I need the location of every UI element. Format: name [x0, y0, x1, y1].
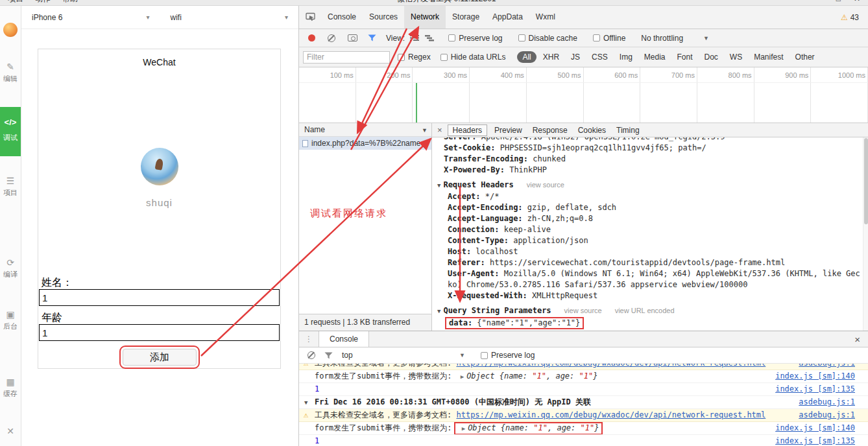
tab-appdata[interactable]: AppData	[486, 6, 529, 29]
scrollbar[interactable]	[863, 137, 868, 331]
tab-console[interactable]: Console	[321, 6, 363, 29]
request-headers-section[interactable]: ▼Request Headersview source	[437, 180, 862, 191]
filter-pill-xhr[interactable]: XHR	[538, 51, 564, 63]
clear-console-button[interactable]	[307, 351, 315, 359]
sidebar-item-backstage[interactable]: ▣ 后台	[0, 309, 21, 331]
source-link[interactable]: index.js [sm]:135	[775, 383, 855, 395]
user-avatar-icon[interactable]	[3, 23, 18, 37]
small-rows-view-button[interactable]	[410, 34, 419, 41]
detail-tab-headers[interactable]: Headers	[448, 124, 487, 136]
doc-link[interactable]: https://mp.weixin.qq.com/debug/wxadoc/de…	[456, 410, 766, 419]
drag-handle-icon[interactable]: ⋮	[299, 334, 319, 344]
phone-preview: WeChat shuqi 姓名： 年龄 添加	[38, 49, 281, 369]
filter-pill-other[interactable]: Other	[790, 51, 820, 63]
header-line: Connection: keep-alive	[444, 224, 862, 235]
collapse-caret-icon[interactable]: ▼	[437, 180, 440, 191]
filter-toggle-button[interactable]	[368, 34, 376, 41]
close-window-button[interactable]: ✕	[854, 0, 860, 3]
filter-pill-img[interactable]: Img	[614, 51, 638, 63]
view-label: View:	[386, 34, 405, 43]
sidebar-item-edit[interactable]: ✎ 编辑	[0, 62, 21, 84]
doc-link[interactable]: https://mp.weixin.qq.com/debug/wxadoc/de…	[456, 364, 766, 368]
source-link[interactable]: index.js [sm]:140	[775, 370, 855, 382]
source-link[interactable]: asdebug.js:1	[799, 364, 855, 370]
sidebar-item-project[interactable]: ☰ 项目	[0, 176, 21, 198]
name-input[interactable]	[39, 289, 280, 306]
nickname-label: shuqi	[38, 197, 280, 208]
filter-pill-manifest[interactable]: Manifest	[749, 51, 788, 63]
warning-count-badge[interactable]: ⚠ 43	[841, 13, 868, 22]
filter-pill-css[interactable]: CSS	[586, 51, 613, 63]
source-link[interactable]: index.js [sm]:140	[775, 422, 855, 434]
timeline-view-button[interactable]	[425, 34, 434, 41]
clear-requests-button[interactable]	[328, 34, 335, 42]
offline-checkbox[interactable]: Offline	[593, 34, 625, 43]
sidebar-item-debug[interactable]: </> 调试	[0, 107, 21, 156]
menu-item-project[interactable]: 项目	[8, 0, 23, 5]
filter-pill-js[interactable]: JS	[566, 51, 585, 63]
console-preserve-log-checkbox[interactable]: Preserve log	[481, 351, 535, 360]
inspect-element-button[interactable]	[299, 12, 321, 22]
sidebar-item-cache[interactable]: ▦ 缓存	[0, 377, 21, 399]
maximize-button[interactable]: □	[836, 0, 841, 3]
filter-pill-doc[interactable]: Doc	[699, 51, 723, 63]
console-result-message: 1 index.js [sm]:135	[299, 383, 868, 396]
minimize-button[interactable]: —	[815, 0, 823, 3]
sidebar-item-close[interactable]: ✕	[0, 426, 21, 436]
device-dropdown[interactable]: iPhone 6 ▾	[21, 6, 160, 29]
column-header-name[interactable]: Name ▼	[299, 123, 431, 137]
menu-bar: 项目 动作 帮助	[8, 0, 78, 5]
network-type-dropdown[interactable]: wifi ▾	[160, 6, 299, 29]
tab-storage[interactable]: Storage	[446, 6, 486, 29]
throttling-dropdown[interactable]: No throttling ▼	[641, 34, 709, 43]
add-button[interactable]: 添加	[123, 349, 197, 366]
close-detail-icon[interactable]: ×	[432, 125, 448, 135]
menu-item-help[interactable]: 帮助	[62, 0, 78, 5]
disable-cache-checkbox[interactable]: Disable cache	[518, 34, 577, 43]
source-link[interactable]: asdebug.js:1	[799, 396, 855, 408]
menu-item-action[interactable]: 动作	[35, 0, 51, 5]
sidebar-item-compile[interactable]: ⟳ 编译	[0, 257, 21, 279]
age-input[interactable]	[39, 324, 280, 341]
tab-sources[interactable]: Sources	[363, 6, 404, 29]
capture-screenshots-button[interactable]	[348, 34, 357, 41]
tab-network[interactable]: Network	[404, 6, 446, 29]
console-filter-button[interactable]	[324, 352, 333, 359]
list-icon: ☰	[0, 176, 21, 186]
request-row[interactable]: index.php?data=%7B%22name%...	[299, 137, 431, 150]
filter-pill-all[interactable]: All	[517, 51, 536, 63]
detail-tab-cookies[interactable]: Cookies	[573, 124, 611, 136]
detail-tab-timing[interactable]: Timing	[611, 124, 645, 136]
close-console-icon[interactable]: ×	[854, 334, 868, 345]
preserve-log-checkbox[interactable]: Preserve log	[448, 34, 502, 43]
object-preview[interactable]: Object {name: "1", age: "1"}	[466, 371, 597, 381]
expand-caret-icon[interactable]: ▶	[461, 373, 464, 380]
frame-context-dropdown[interactable]: top ▼	[342, 351, 465, 360]
view-source-link[interactable]: view source	[527, 181, 564, 189]
tab-wxml[interactable]: Wxml	[529, 6, 562, 29]
filter-pill-font[interactable]: Font	[672, 51, 698, 63]
network-filter-input[interactable]	[303, 51, 390, 64]
query-string-section[interactable]: ▼Query String Parametersview sourceview …	[437, 305, 862, 317]
expand-caret-icon[interactable]: ▶	[462, 425, 465, 432]
record-button[interactable]	[308, 34, 315, 41]
collapse-caret-icon[interactable]: ▼	[437, 306, 440, 317]
scrollbar-thumb[interactable]	[864, 138, 868, 224]
view-source-link[interactable]: view source	[564, 307, 602, 314]
filter-pill-media[interactable]: Media	[639, 51, 671, 63]
timeline-tick: 900 ms	[785, 71, 808, 79]
network-status-bar: 1 requests | 1.3 KB transferred	[299, 314, 431, 331]
regex-checkbox[interactable]: Regex	[398, 53, 431, 62]
collapse-caret-icon[interactable]: ▼	[304, 397, 307, 409]
object-preview[interactable]: Object {name: "1", age: "1"}	[468, 423, 599, 432]
source-link[interactable]: index.js [sm]:135	[775, 435, 855, 446]
timeline-tick: 600 ms	[614, 71, 638, 79]
view-url-encoded-link[interactable]: view URL encoded	[615, 307, 675, 314]
source-link[interactable]: asdebug.js:1	[799, 409, 855, 421]
detail-tab-response[interactable]: Response	[527, 124, 573, 136]
filter-pill-ws[interactable]: WS	[725, 51, 747, 63]
hide-data-urls-checkbox[interactable]: Hide data URLs	[440, 53, 506, 62]
detail-tab-preview[interactable]: Preview	[489, 124, 527, 136]
console-warning-message: ⚠ 工具未检查安全域名，更多请参考文档: https://mp.weixin.q…	[299, 409, 868, 422]
console-tab[interactable]: Console	[319, 331, 369, 347]
